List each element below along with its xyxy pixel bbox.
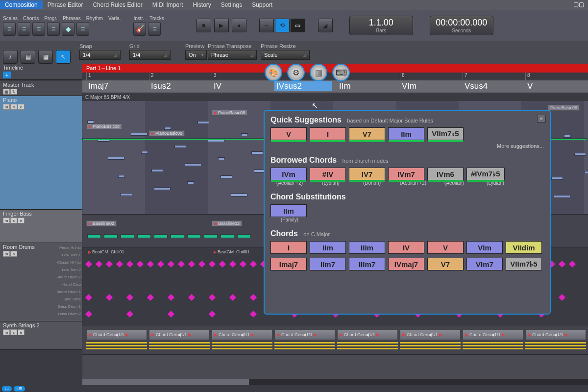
scrollbar-horizontal[interactable]	[82, 379, 588, 385]
master-keyboard-icon[interactable]: ▦	[3, 89, 10, 95]
menu-history[interactable]: History	[188, 0, 216, 9]
mute-button[interactable]: m	[3, 104, 10, 110]
btn-rhythm[interactable]: ◆	[62, 22, 74, 36]
clip-label[interactable]: ▶Bassline02	[86, 220, 117, 226]
view-stack-icon[interactable]: ▦	[38, 50, 53, 64]
menu-composition[interactable]: Composition	[0, 0, 43, 9]
clip-label[interactable]: ▶BeatGM_Chill01	[86, 249, 126, 255]
metronome-button[interactable]: ◢	[318, 19, 333, 32]
menu-midi-import[interactable]: MIDI Import	[147, 0, 188, 9]
chord-chip[interactable]: IIIm	[349, 241, 385, 254]
chord-slot[interactable]: IV	[212, 81, 223, 91]
track-strings[interactable]: Synth Strings 2 mse	[0, 321, 82, 350]
chord-chip[interactable]: IVm7	[388, 168, 424, 180]
help-icon[interactable]: ▢▢	[573, 1, 584, 8]
counter-seconds[interactable]: 00:00:00.000 Seconds	[430, 16, 493, 35]
clip-label[interactable]: ▶Chord Gen◀1/1▶	[274, 329, 335, 340]
transport-play[interactable]: ▶	[214, 19, 229, 32]
chord-chip[interactable]: #IV	[310, 168, 346, 180]
scrollbar-thumb[interactable]	[82, 379, 249, 385]
btn-tracks[interactable]: ≡	[148, 22, 161, 36]
track-piano[interactable]: Piano mse	[0, 96, 82, 210]
chord-row[interactable]: Imaj7 Isus2 IV IVsus2 IIm VIm Vsus4 V	[82, 80, 588, 93]
chord-chip[interactable]: V7	[349, 127, 385, 140]
mute-button[interactable]: m	[3, 251, 10, 257]
chord-slot[interactable]: VIm	[400, 81, 418, 91]
chord-slot[interactable]: Imaj7	[86, 81, 111, 91]
chord-chip[interactable]: VIIm7♭5	[506, 258, 542, 270]
clip-label[interactable]: PianoBasic08	[548, 105, 580, 111]
btn-progr[interactable]: ≡	[32, 22, 45, 36]
mode-loop[interactable]: ⟲	[275, 19, 290, 32]
track-drums[interactable]: Room Drums ms Pedal Hi-hatLow Tom 1Close…	[0, 243, 82, 321]
chord-chip[interactable]: IIm	[388, 127, 424, 140]
chord-chip[interactable]: IVm	[270, 168, 307, 180]
chord-chip[interactable]: IVmaj7	[388, 258, 424, 270]
gear-icon[interactable]: ⚙	[287, 64, 305, 81]
resize-select[interactable]: Scale◿	[261, 50, 310, 60]
btn-varia[interactable]: ≡	[76, 22, 89, 36]
clip-label[interactable]: ▶Chord Gen◀1/1▶	[212, 329, 272, 340]
grid-select[interactable]: 1/4◿	[129, 50, 171, 60]
preview-select[interactable]: On▾	[185, 50, 207, 60]
chord-chip[interactable]: I	[270, 241, 307, 254]
panel-menu-icon[interactable]: ≡	[537, 115, 546, 122]
chord-chip[interactable]: V	[270, 127, 307, 140]
solo-button[interactable]: s	[10, 218, 17, 223]
mode-range[interactable]: ↔	[259, 19, 274, 32]
chord-slot[interactable]: Vsus4	[463, 81, 490, 91]
lane-strings[interactable]: ▶Chord Gen◀1/1▶▶Chord Gen◀1/1▶▶Chord Gen…	[82, 326, 588, 355]
chord-chip[interactable]: IIm	[310, 241, 346, 254]
clip-label[interactable]: ▶BeatGM_Chill01	[212, 249, 252, 255]
chord-chip[interactable]: VIIm7♭5	[427, 127, 464, 140]
btn-instr[interactable]: 🎸	[133, 22, 146, 36]
menu-settings[interactable]: Settings	[216, 0, 247, 9]
transport-stop[interactable]: ■	[196, 19, 211, 32]
solo-button[interactable]: s	[10, 251, 17, 257]
status-pill[interactable]: i ☰	[14, 386, 25, 392]
palette-icon[interactable]: 🎨	[265, 64, 282, 81]
menu-chord-rules[interactable]: Chord Rules Editor	[88, 0, 147, 9]
chord-chip[interactable]: IV7	[349, 168, 385, 180]
chord-chip[interactable]: Imaj7	[270, 258, 307, 270]
chord-slot[interactable]: Isus2	[149, 81, 173, 91]
clip-label[interactable]: ▶Chord Gen◀1/1▶	[337, 329, 398, 340]
keyboard-icon[interactable]: ⌨	[332, 64, 350, 81]
transpose-select[interactable]: Phrase◿	[208, 50, 257, 60]
chord-chip[interactable]: V7	[427, 258, 464, 270]
chord-chip[interactable]: VIm	[466, 241, 503, 254]
snap-select[interactable]: 1/4◿	[79, 50, 121, 60]
clip-label[interactable]: ▶Chord Gen◀1/1▶	[149, 329, 210, 340]
chord-slot[interactable]: V	[525, 81, 535, 91]
chord-chip[interactable]: VIIdim	[506, 241, 542, 254]
solo-button[interactable]: s	[10, 104, 17, 110]
edit-button[interactable]: e	[18, 329, 24, 335]
counter-bars[interactable]: 1.1.00 Bars	[349, 16, 413, 35]
clip-label[interactable]: ▶PianoBasic08	[212, 110, 247, 116]
chord-chip[interactable]: VIm7	[466, 258, 503, 270]
chord-chip[interactable]: IIm	[270, 204, 307, 217]
clip-label[interactable]: ▶Chord Gen◀1/1▶	[86, 329, 147, 340]
clip-label[interactable]: ▶Chord Gen◀1/1▶	[463, 329, 523, 340]
menu-phrase-editor[interactable]: Phrase Editor	[43, 0, 88, 9]
chord-chip[interactable]: #IVm7♭5	[466, 168, 505, 180]
mode-snap[interactable]: ▭	[291, 19, 305, 32]
btn-scales[interactable]: ≡	[3, 22, 16, 36]
chord-chip[interactable]: I	[310, 127, 346, 140]
chord-chip[interactable]: IIIm7	[349, 258, 385, 270]
clip-label[interactable]: ▶Chord Gen◀1/1▶	[525, 329, 586, 340]
piano-icon[interactable]: ▥	[310, 64, 327, 81]
btn-chords[interactable]: ≡	[18, 22, 30, 36]
track-bass[interactable]: Finger Bass mse	[0, 210, 82, 243]
btn-phrases[interactable]: ≡	[47, 22, 60, 36]
solo-button[interactable]: s	[10, 329, 17, 335]
chord-chip[interactable]: IV	[388, 241, 424, 254]
mute-button[interactable]: m	[3, 329, 10, 335]
more-suggestions-link[interactable]: More suggestions...	[270, 143, 544, 149]
menu-support[interactable]: Support	[247, 0, 277, 9]
clip-label[interactable]: ▶PianoBasic08	[86, 123, 122, 129]
clip-label[interactable]: ▶Bassline02	[212, 220, 242, 226]
chord-chip[interactable]: IVm6	[427, 168, 464, 180]
chord-slot[interactable]: IIm	[337, 81, 353, 91]
clip-label[interactable]: ▶Chord Gen◀1/1▶	[400, 329, 461, 340]
